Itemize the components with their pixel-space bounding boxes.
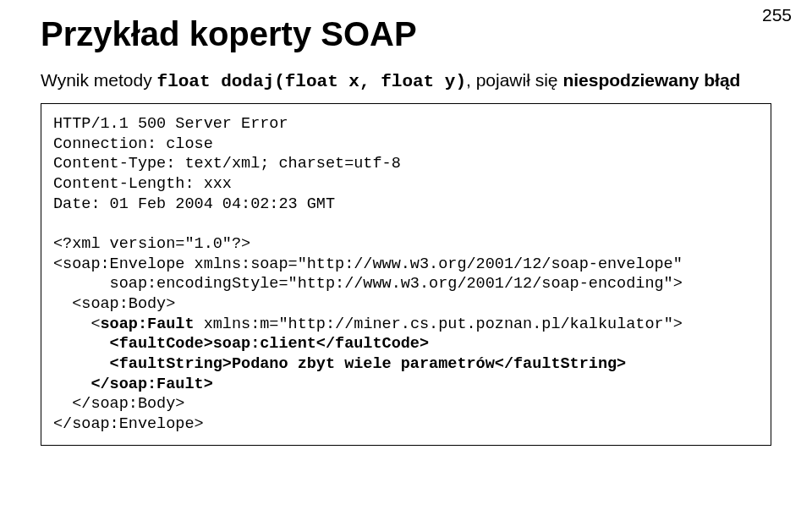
subtitle-mono: float dodaj(float x, float y): [157, 72, 466, 91]
slide-page: 255 Przykład koperty SOAP Wynik metody f…: [0, 0, 812, 510]
subtitle-bold: niespodziewany błąd: [562, 70, 740, 90]
code-line: Date: 01 Feb 2004 04:02:23 GMT: [53, 195, 335, 213]
code-line: </soap:Body>: [53, 395, 184, 413]
code-fault-tag: soap:Fault: [101, 315, 195, 333]
code-fault-string: <faultString>Podano zbyt wiele parametró…: [53, 355, 626, 373]
code-fault-close: </soap:Fault>: [53, 376, 213, 393]
subtitle-middle: , pojawił się: [466, 70, 558, 90]
code-line: Connection: close: [53, 135, 213, 153]
subtitle-prefix: Wynik metody: [41, 70, 152, 90]
code-line: HTTP/1.1 500 Server Error: [53, 115, 288, 133]
page-number: 255: [762, 5, 792, 25]
code-fault-code: <faultCode>soap:client</faultCode>: [53, 335, 429, 353]
slide-subtitle: Wynik metody float dodaj(float x, float …: [41, 70, 771, 91]
code-line: Content-Length: xxx: [53, 175, 232, 193]
code-line: soap:encodingStyle="http://www.w3.org/20…: [53, 275, 683, 293]
code-line: xmlns:m="http://miner.cs.put.poznan.pl/k…: [195, 315, 683, 333]
code-line: <soap:Body>: [53, 295, 175, 313]
code-line: Content-Type: text/xml; charset=utf-8: [53, 155, 401, 173]
code-line: <soap:Envelope xmlns:soap="http://www.w3…: [53, 255, 683, 273]
code-line: </soap:Envelope>: [53, 415, 204, 433]
code-line: <?xml version="1.0"?>: [53, 235, 250, 253]
slide-title: Przykład koperty SOAP: [41, 15, 771, 53]
code-box: HTTP/1.1 500 Server Error Connection: cl…: [41, 103, 771, 446]
code-line: <: [53, 315, 101, 333]
